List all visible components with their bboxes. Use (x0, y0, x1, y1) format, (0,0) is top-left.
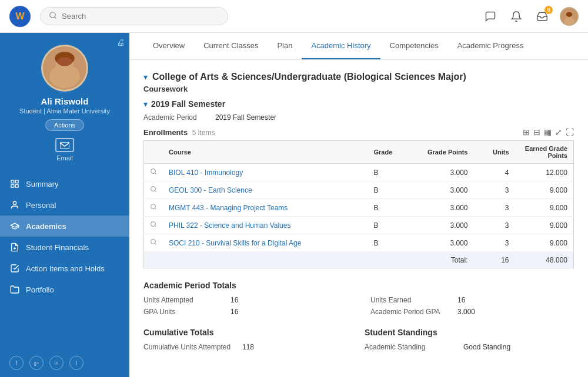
tab-bar: Overview Current Classes Plan Academic H… (129, 33, 588, 60)
sidebar-item-summary[interactable]: Summary (0, 173, 129, 194)
grade-points: 3.000 (415, 164, 474, 181)
tab-plan[interactable]: Plan (268, 33, 302, 59)
filter-icon[interactable]: ⊟ (533, 127, 540, 137)
cumulative-totals-title: Cumulative Totals (143, 328, 353, 337)
messages-icon[interactable] (482, 8, 499, 25)
period-total-item: GPA Units16 (143, 308, 347, 316)
col-grade-header: Grade (368, 141, 415, 164)
totals-grid: Units Attempted16Units Earned16GPA Units… (143, 296, 574, 316)
actions-button[interactable]: Actions (45, 119, 84, 131)
sidebar-item-label: Academics (26, 222, 66, 231)
email-button[interactable]: Email (55, 138, 74, 161)
course-link[interactable]: PHIL 322 - Science and Human Values (169, 221, 290, 230)
course-link[interactable]: SOCI 210 - Survival Skills for a Digital… (169, 239, 301, 247)
navigation-menu: Summary Personal Academics (0, 173, 129, 300)
table-row: SOCI 210 - Survival Skills for a Digital… (144, 234, 574, 252)
user-avatar[interactable] (560, 7, 579, 26)
svg-rect-14 (15, 184, 18, 187)
notifications-icon[interactable] (508, 8, 524, 25)
earned-grade-points: 9.000 (515, 181, 574, 199)
section-header: ▾ College of Arts & Sciences/Undergradua… (143, 72, 574, 82)
row-search-icon[interactable] (144, 164, 163, 181)
grade: B (368, 199, 415, 217)
grade: B (368, 181, 415, 199)
fullscreen-icon[interactable]: ⛶ (566, 127, 574, 137)
period-total-value: 16 (457, 296, 465, 304)
academic-period-label: Academic Period (143, 113, 208, 122)
period-total-value: 3.000 (457, 308, 475, 316)
row-search-icon[interactable] (144, 199, 163, 217)
search-icon (49, 11, 57, 21)
sidebar-item-student-financials[interactable]: Student Financials (0, 237, 129, 258)
section-title: College of Arts & Sciences/Undergraduate… (152, 72, 466, 82)
total-units: 16 (474, 252, 515, 269)
earned-grade-points: 9.000 (515, 199, 574, 217)
period-totals: Academic Period Totals Units Attempted16… (143, 281, 574, 316)
units: 3 (474, 234, 515, 252)
table-view-icon[interactable]: ⊞ (523, 127, 530, 137)
profile-section: 🖨 Ali Riswold Student | Alma Mater Unive… (0, 33, 129, 169)
svg-rect-13 (11, 184, 14, 187)
tab-competencies[interactable]: Competencies (380, 33, 448, 59)
earned-grade-points: 12.000 (515, 164, 574, 181)
standing-value: Good Standing (463, 343, 510, 351)
tab-overview[interactable]: Overview (143, 33, 194, 59)
sidebar-item-academics[interactable]: Academics (0, 216, 129, 237)
row-search-icon[interactable] (144, 181, 163, 199)
sidebar: 🖨 Ali Riswold Student | Alma Mater Unive… (0, 33, 129, 377)
sidebar-item-label: Summary (26, 180, 59, 188)
print-icon[interactable]: 🖨 (116, 38, 125, 47)
units: 3 (474, 181, 515, 199)
table-row: PHIL 322 - Science and Human Values B 3.… (144, 217, 574, 234)
row-search-icon[interactable] (144, 234, 163, 252)
units: 3 (474, 199, 515, 217)
tab-current-classes[interactable]: Current Classes (194, 33, 268, 59)
tab-academic-progress[interactable]: Academic Progress (448, 33, 533, 59)
content-area: Overview Current Classes Plan Academic H… (129, 33, 588, 377)
col-grade-points-header: Grade Points (415, 141, 474, 164)
student-standings: Student Standings Academic StandingGood … (365, 328, 574, 355)
svg-point-21 (151, 222, 156, 227)
course-name: SOCI 210 - Survival Skills for a Digital… (163, 234, 368, 252)
google-plus-icon[interactable]: g+ (29, 356, 44, 370)
enrollments-count: 5 items (192, 129, 215, 137)
facebook-icon[interactable]: f (9, 356, 24, 370)
linkedin-icon[interactable]: in (49, 356, 64, 370)
svg-point-18 (151, 169, 156, 174)
earned-grade-points: 9.000 (515, 234, 574, 252)
cum-label: Cumulative Units Attempted (143, 343, 238, 351)
sidebar-item-portfolio[interactable]: Portfolio (0, 279, 129, 300)
twitter-icon[interactable]: t (69, 356, 83, 370)
row-search-icon[interactable] (144, 217, 163, 234)
chart-icon[interactable]: ▦ (544, 127, 552, 137)
chevron-down-icon[interactable]: ▾ (143, 72, 148, 82)
profile-role: Student | Alma Mater University (19, 107, 110, 115)
semester-chevron-icon[interactable]: ▾ (143, 99, 148, 109)
search-bar[interactable] (40, 7, 228, 25)
grade-points: 3.000 (415, 199, 474, 217)
svg-rect-10 (60, 142, 69, 149)
svg-point-22 (151, 240, 156, 244)
sidebar-item-label: Portfolio (26, 285, 54, 294)
course-link[interactable]: BIOL 410 - Immunology (169, 169, 243, 177)
period-total-item: Academic Period GPA3.000 (370, 308, 574, 316)
expand-icon[interactable]: ⤢ (555, 127, 562, 137)
cum-value: 118 (242, 343, 254, 351)
inbox-icon[interactable]: 8 (534, 8, 550, 25)
student-standings-title: Student Standings (365, 328, 574, 337)
sidebar-item-action-items[interactable]: Action Items and Holds (0, 258, 129, 279)
search-input[interactable] (62, 12, 219, 21)
course-link[interactable]: MGMT 443 - Managing Project Teams (169, 204, 288, 212)
enrollments-header: Enrollments 5 items ⊞ ⊟ ▦ ⤢ ⛶ (143, 127, 574, 137)
semester-header: ▾ 2019 Fall Semester (143, 99, 574, 109)
action-items-icon (9, 263, 20, 274)
course-link[interactable]: GEOL 300 - Earth Science (169, 186, 252, 194)
table-tools: ⊞ ⊟ ▦ ⤢ ⛶ (523, 127, 574, 137)
svg-point-9 (57, 58, 72, 66)
financials-icon (9, 242, 20, 253)
sidebar-item-personal[interactable]: Personal (0, 194, 129, 216)
workday-logo[interactable]: W (9, 6, 31, 27)
tab-academic-history[interactable]: Academic History (302, 33, 380, 59)
col-course-header: Course (163, 141, 368, 164)
svg-point-15 (13, 201, 16, 204)
